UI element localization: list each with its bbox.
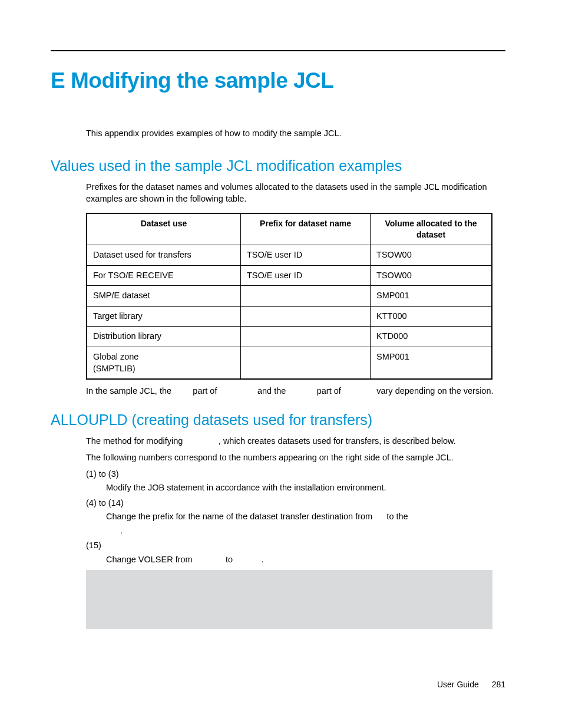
- table-row: Dataset used for transfersTSO/E user IDT…: [87, 245, 492, 266]
- alloupld-paragraph-2: The following numbers correspond to the …: [86, 452, 505, 464]
- table-cell: KTD000: [371, 327, 492, 347]
- section-values-paragraph: Prefixes for the dataset names and volum…: [86, 182, 505, 205]
- table-cell: Target library: [87, 306, 240, 327]
- alloupld-paragraph-1: The method for modifying , which creates…: [86, 436, 505, 447]
- table-cell: SMP001: [371, 286, 492, 307]
- code-block: [86, 570, 492, 629]
- table-cell: [240, 327, 370, 347]
- list-item-desc-cont: .: [120, 525, 505, 537]
- table-cell: SMP/E dataset: [87, 286, 240, 307]
- table-cell: TSO/E user ID: [240, 265, 370, 286]
- table-row: SMP/E datasetSMP001: [87, 286, 492, 307]
- footer-page-number: 281: [492, 680, 505, 689]
- table-header: Volume allocated to the dataset: [371, 213, 492, 245]
- table-cell: SMP001: [371, 347, 492, 379]
- table-cell: [240, 347, 370, 379]
- page-footer: User Guide 281: [437, 679, 505, 690]
- table-cell: [240, 286, 370, 307]
- list-item-desc: Modify the JOB statement in accordance w…: [106, 482, 505, 494]
- note-after-table: In the sample JCL, the part of and the p…: [86, 386, 505, 397]
- page-title-h1: E Modifying the sample JCL: [51, 66, 505, 95]
- list-item-desc: Change VOLSER from to .: [106, 554, 505, 566]
- table-row: Distribution libraryKTD000: [87, 327, 492, 347]
- table-cell: For TSO/E RECEIVE: [87, 265, 240, 286]
- table-cell: TSOW00: [371, 265, 492, 286]
- list-item-number: (1) to (3): [86, 469, 505, 480]
- list-item-desc: Change the prefix for the name of the da…: [106, 511, 505, 523]
- table-cell: Dataset used for transfers: [87, 245, 240, 266]
- list-item-number: (15): [86, 540, 505, 552]
- section-values-heading: Values used in the sample JCL modificati…: [51, 156, 505, 176]
- intro-paragraph: This appendix provides examples of how t…: [86, 128, 505, 140]
- table-header: Prefix for dataset name: [240, 213, 370, 245]
- values-table: Dataset use Prefix for dataset name Volu…: [86, 213, 492, 380]
- table-row: Target libraryKTT000: [87, 306, 492, 327]
- table-cell: TSOW00: [371, 245, 492, 266]
- table-cell: [240, 306, 370, 327]
- footer-label: User Guide: [437, 680, 479, 689]
- table-row: Global zone (SMPTLIB)SMP001: [87, 347, 492, 379]
- top-rule: [51, 50, 505, 51]
- table-header: Dataset use: [87, 213, 240, 245]
- table-row: For TSO/E RECEIVETSO/E user IDTSOW00: [87, 265, 492, 286]
- table-cell: Global zone (SMPTLIB): [87, 347, 240, 379]
- table-header-row: Dataset use Prefix for dataset name Volu…: [87, 213, 492, 245]
- table-cell: KTT000: [371, 306, 492, 327]
- table-cell: TSO/E user ID: [240, 245, 370, 266]
- list-item-number: (4) to (14): [86, 498, 505, 509]
- section-alloupld-heading: ALLOUPLD (creating datasets used for tra…: [51, 410, 505, 430]
- table-cell: Distribution library: [87, 327, 240, 347]
- numbered-list: (1) to (3)Modify the JOB statement in ac…: [86, 469, 505, 566]
